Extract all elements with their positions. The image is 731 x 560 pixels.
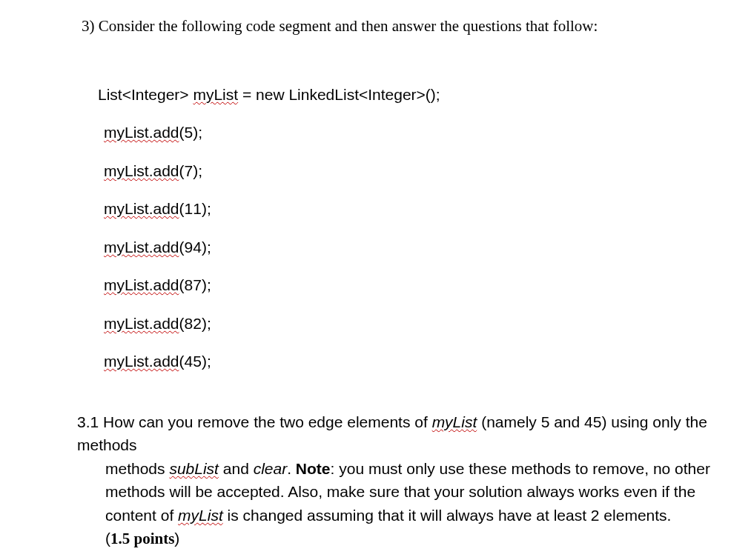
code-call: myList.add [104, 353, 179, 370]
code-line: myList.add(5); [104, 121, 687, 144]
code-line: myList.add(82); [104, 312, 687, 336]
code-block: List<Integer> myList = new LinkedList<In… [82, 83, 687, 373]
code-arg: (45); [179, 353, 211, 370]
code-arg: (11); [179, 200, 211, 217]
question-intro-text: Consider the following code segment and … [99, 17, 598, 35]
code-call: myList.add [104, 276, 179, 293]
code-line: myList.add(87); [104, 273, 687, 297]
sq-text: methods [105, 460, 169, 477]
subquestion-number: 3.1 [77, 413, 99, 430]
points-close: ) [174, 530, 179, 547]
code-call: myList.add [104, 200, 179, 217]
sq-text: How can you remove the two edge elements… [99, 413, 431, 430]
sq-var: clear [254, 460, 288, 477]
sq-var: myList [178, 507, 223, 524]
question-block: 3) Consider the following code segment a… [0, 15, 731, 373]
code-arg: (82); [179, 315, 211, 332]
note-label: Note [296, 460, 331, 477]
code-line: myList.add(94); [104, 236, 687, 259]
sq-hang: methods subList and clear. Note: you mus… [77, 457, 731, 551]
code-call: myList.add [104, 315, 179, 332]
code-line: myList.add(7); [104, 159, 687, 183]
code-decl-suffix: = new LinkedList<Integer>(); [238, 86, 440, 103]
sq-text: is changed assuming that it will always … [223, 507, 672, 524]
code-line: myList.add(11); [104, 197, 687, 221]
code-arg: (94); [179, 239, 211, 256]
code-call: myList.add [104, 124, 179, 141]
code-decl-var: myList [193, 86, 238, 103]
question-number: 3) [82, 17, 95, 35]
code-declaration: List<Integer> myList = new LinkedList<In… [98, 83, 687, 107]
sq-var: subList [169, 460, 219, 477]
sq-text: and [219, 460, 254, 477]
code-arg: (87); [179, 276, 211, 293]
points-text: 1.5 points [110, 530, 174, 547]
code-call: myList.add [104, 162, 179, 179]
code-decl-prefix: List<Integer> [98, 86, 193, 103]
code-line: myList.add(45); [104, 350, 687, 373]
question-intro: 3) Consider the following code segment a… [82, 15, 687, 39]
subquestion-block: 3.1 How can you remove the two edge elem… [0, 410, 731, 551]
points-open: ( [105, 530, 110, 547]
code-arg: (7); [179, 162, 203, 179]
code-arg: (5); [179, 124, 203, 141]
sq-text: . [287, 460, 296, 477]
sq-var: myList [432, 413, 477, 430]
code-call: myList.add [104, 239, 179, 256]
